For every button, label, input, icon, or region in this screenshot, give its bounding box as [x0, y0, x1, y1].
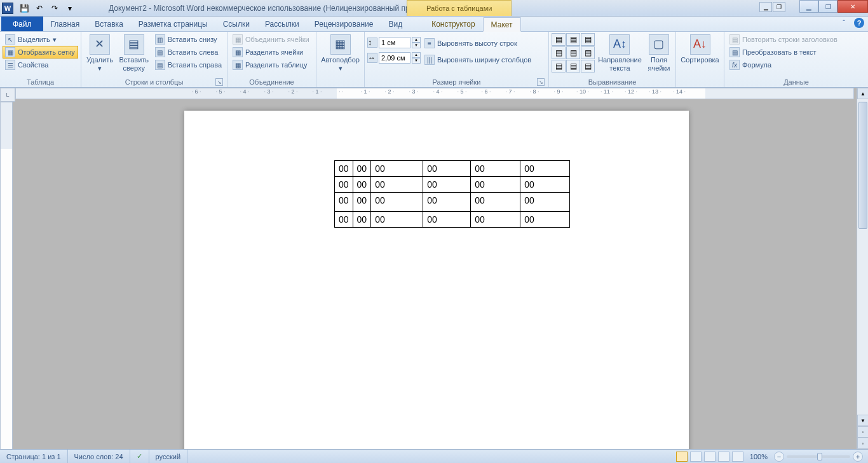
table-cell[interactable]: 00 — [423, 177, 471, 193]
align-mc[interactable]: ▤ — [566, 46, 580, 59]
next-page-button[interactable]: ◦ — [857, 438, 868, 449]
align-mr[interactable]: ▤ — [581, 46, 595, 59]
status-proofing[interactable]: ✓ — [130, 450, 149, 463]
table-row[interactable]: 000000000000 — [335, 177, 570, 193]
table-cell[interactable]: 00 — [335, 177, 353, 193]
qat-redo-button[interactable]: ↷ — [48, 2, 62, 15]
insert-above-button[interactable]: ▤Вставить сверху — [117, 33, 151, 74]
merge-cells-button[interactable]: ▦Объединить ячейки — [230, 33, 313, 46]
sort-button[interactable]: A↓Сортировка — [679, 33, 721, 66]
table-cell[interactable]: 00 — [353, 177, 371, 193]
file-tab[interactable]: Файл — [1, 17, 43, 31]
autofit-button[interactable]: ▦Автоподбор▾ — [319, 33, 362, 74]
table-row[interactable]: 000000000000 — [335, 193, 570, 212]
cell-margins-button[interactable]: ▢Поля ячейки — [645, 33, 673, 74]
tab-pagelayout[interactable]: Разметка страницы — [131, 17, 215, 31]
view-draft[interactable] — [732, 452, 743, 462]
split-table-button[interactable]: ▦Разделить таблицу — [230, 59, 313, 71]
view-gridlines-button[interactable]: ▦Отобразить сетку — [3, 46, 78, 59]
table-cell[interactable]: 00 — [423, 161, 471, 177]
tab-selector[interactable]: L — [0, 88, 15, 102]
col-width-spinner[interactable]: ↔▲▼ — [367, 52, 421, 64]
status-page[interactable]: Страница: 1 из 1 — [0, 450, 68, 463]
close-button[interactable]: ✕ — [837, 0, 868, 13]
table-row[interactable]: 000000000000 — [335, 161, 570, 177]
tab-view[interactable]: Вид — [381, 17, 410, 31]
col-width-input[interactable] — [379, 52, 410, 64]
repeat-header-button[interactable]: ▤Повторить строки заголовков — [727, 33, 865, 46]
row-height-spinner[interactable]: ↕▲▼ — [367, 37, 421, 48]
zoom-slider-handle[interactable] — [817, 453, 822, 460]
distribute-cols-button[interactable]: |||Выровнять ширину столбцов — [422, 53, 534, 66]
width-up[interactable]: ▲ — [412, 52, 421, 58]
table-cell[interactable]: 00 — [335, 161, 353, 177]
delete-button[interactable]: ✕Удалить▾ — [84, 33, 116, 74]
table-cell[interactable]: 00 — [423, 193, 471, 212]
split-cells-button[interactable]: ▦Разделить ячейки — [230, 46, 313, 59]
view-print-layout[interactable] — [676, 452, 688, 462]
formula-button[interactable]: fxФормула — [727, 59, 865, 71]
align-bl[interactable]: ▤ — [552, 60, 566, 73]
text-direction-button[interactable]: A↕Направление текста — [596, 33, 644, 74]
table-cell[interactable]: 00 — [371, 161, 423, 177]
cellsize-dialog-launcher[interactable]: ↘ — [537, 78, 545, 86]
table-cell[interactable]: 00 — [371, 193, 423, 212]
align-tl[interactable]: ▤ — [552, 33, 566, 46]
zoom-slider[interactable] — [787, 455, 850, 458]
prev-page-button[interactable]: ◦ — [857, 426, 868, 438]
table-cell[interactable]: 00 — [335, 193, 353, 212]
qat-save-button[interactable]: 💾 — [17, 2, 31, 15]
scroll-down-button[interactable]: ▼ — [857, 415, 868, 426]
width-down[interactable]: ▼ — [412, 58, 421, 64]
insert-right-button[interactable]: ▤Вставить справа — [153, 59, 224, 71]
qat-undo-button[interactable]: ↶ — [32, 2, 46, 15]
zoom-in-button[interactable]: + — [853, 452, 863, 462]
table-cell[interactable]: 00 — [335, 212, 353, 228]
insert-left-button[interactable]: ▤Вставить слева — [153, 46, 224, 59]
table-cell[interactable]: 00 — [471, 161, 520, 177]
table-cell[interactable]: 00 — [471, 193, 520, 212]
insert-below-button[interactable]: ▥Вставить снизу — [153, 33, 224, 46]
row-height-input[interactable] — [379, 37, 410, 48]
qat-customize-button[interactable]: ▾ — [63, 2, 77, 15]
align-br[interactable]: ▤ — [581, 60, 595, 73]
height-down[interactable]: ▼ — [412, 43, 421, 48]
table-cell[interactable]: 00 — [371, 177, 423, 193]
document-page[interactable]: 0000000000000000000000000000000000000000… — [184, 111, 689, 463]
align-tc[interactable]: ▤ — [566, 33, 580, 46]
align-tr[interactable]: ▤ — [581, 33, 595, 46]
tab-mailings[interactable]: Рассылки — [257, 17, 307, 31]
table-cell[interactable]: 00 — [423, 212, 471, 228]
scroll-up-button[interactable]: ▲ — [857, 88, 868, 99]
table-cell[interactable]: 00 — [353, 193, 371, 212]
table-cell[interactable]: 00 — [520, 212, 570, 228]
view-outline[interactable] — [718, 452, 729, 462]
zoom-out-button[interactable]: − — [774, 452, 784, 462]
tab-table-layout[interactable]: Макет — [483, 17, 521, 32]
view-web[interactable] — [704, 452, 715, 462]
horizontal-ruler[interactable]: · 6 ·· 5 ·· 4 ·· 3 ·· 2 ·· 1 ·· ·· 1 ·· … — [15, 88, 854, 99]
table-cell[interactable]: 00 — [471, 177, 520, 193]
align-bc[interactable]: ▤ — [566, 60, 580, 73]
status-language[interactable]: русский — [149, 450, 187, 463]
maximize-button[interactable]: ❐ — [818, 0, 837, 13]
vertical-ruler[interactable] — [0, 102, 13, 449]
vertical-scrollbar[interactable]: ▲ ▼ ◦ ◦ — [857, 88, 868, 449]
mdi-restore-button[interactable]: ❐ — [773, 2, 785, 12]
scroll-thumb[interactable] — [858, 102, 867, 229]
status-word-count[interactable]: Число слов: 24 — [68, 450, 130, 463]
tab-insert[interactable]: Вставка — [87, 17, 131, 31]
table-cell[interactable]: 00 — [520, 193, 570, 212]
minimize-button[interactable]: ▁ — [799, 0, 818, 13]
align-ml[interactable]: ▤ — [552, 46, 566, 59]
tab-references[interactable]: Ссылки — [215, 17, 257, 31]
table-cell[interactable]: 00 — [520, 177, 570, 193]
convert-to-text-button[interactable]: ▤Преобразовать в текст — [727, 46, 865, 59]
document-table[interactable]: 0000000000000000000000000000000000000000… — [334, 160, 570, 228]
distribute-rows-button[interactable]: ≡Выровнять высоту строк — [422, 37, 534, 50]
height-up[interactable]: ▲ — [412, 37, 421, 43]
zoom-level[interactable]: 100% — [750, 453, 768, 460]
table-cell[interactable]: 00 — [353, 161, 371, 177]
table-row[interactable]: 000000000000 — [335, 212, 570, 228]
properties-button[interactable]: ☰Свойства — [3, 59, 78, 71]
